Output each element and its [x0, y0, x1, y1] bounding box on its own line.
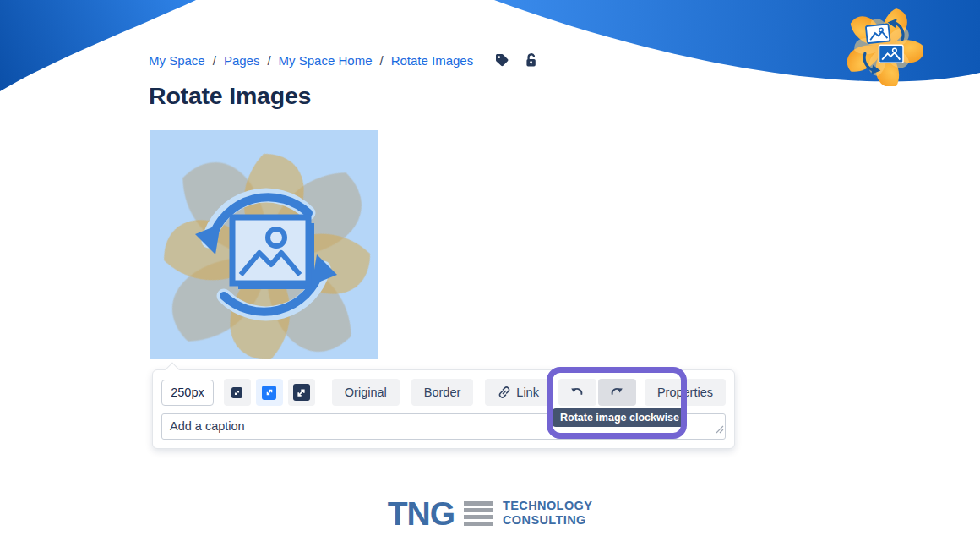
tag-icon[interactable]	[494, 52, 509, 68]
top-left-swoosh	[0, 0, 196, 91]
resize-large-button[interactable]	[288, 379, 315, 406]
resize-medium-button[interactable]	[256, 379, 283, 406]
popup-caret	[166, 363, 180, 377]
link-button[interactable]: Link	[485, 379, 552, 406]
breadcrumb-separator: /	[213, 53, 216, 68]
breadcrumb-my-space-home[interactable]: My Space Home	[279, 53, 373, 68]
breadcrumb-separator: /	[267, 53, 270, 68]
link-icon	[498, 386, 511, 399]
image-toolbar: Original Border Link	[161, 379, 726, 406]
link-button-label: Link	[516, 386, 539, 399]
tng-logo: TNG TECHNOLOGY CONSULTING	[0, 497, 980, 530]
rotate-counterclockwise-button[interactable]	[558, 379, 596, 406]
image-width-input[interactable]	[161, 380, 214, 406]
resize-small-button[interactable]	[224, 379, 251, 406]
rotate-clockwise-button[interactable]	[598, 379, 636, 406]
resize-medium-icon	[262, 386, 276, 400]
rotate-ccw-icon	[569, 385, 585, 400]
breadcrumb-pages[interactable]: Pages	[224, 53, 260, 68]
rotate-images-app-icon	[845, 7, 923, 86]
rotate-clockwise-tooltip: Rotate image clockwise	[553, 408, 687, 427]
border-button[interactable]: Border	[411, 379, 474, 406]
resize-small-icon	[231, 387, 242, 398]
tng-logo-line1: TECHNOLOGY	[503, 500, 592, 513]
breadcrumb-separator: /	[379, 53, 383, 68]
breadcrumb-rotate-images[interactable]: Rotate Images	[391, 53, 474, 68]
rotate-cw-icon	[609, 385, 624, 400]
breadcrumb: My Space / Pages / My Space Home / Rotat…	[149, 52, 538, 68]
original-size-button[interactable]: Original	[332, 379, 400, 406]
tng-logo-line2: CONSULTING	[503, 514, 592, 528]
page: My Space / Pages / My Space Home / Rotat…	[0, 0, 980, 558]
unlock-icon[interactable]	[524, 52, 538, 68]
breadcrumb-my-space[interactable]: My Space	[149, 53, 205, 68]
page-title: Rotate Images	[149, 82, 311, 110]
resize-large-icon	[293, 384, 310, 401]
rotate-button-group	[558, 379, 636, 406]
tng-logo-bars	[464, 501, 493, 526]
properties-button[interactable]: Properties	[645, 379, 726, 406]
tng-logo-wordmark: TNG	[388, 497, 455, 530]
rotate-image-illustration[interactable]	[150, 130, 378, 359]
